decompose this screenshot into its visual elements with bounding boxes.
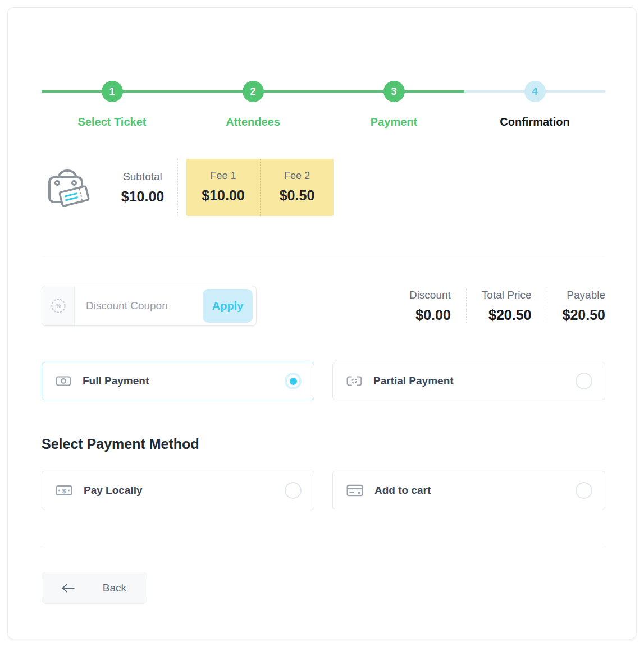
cart-summary: Subtotal $10.00 Fee 1 $10.00 Fee 2 $0.50 bbox=[42, 159, 605, 216]
step-number-badge: 3 bbox=[383, 81, 405, 102]
radio-selected[interactable] bbox=[285, 373, 302, 389]
svg-text:$: $ bbox=[62, 487, 66, 494]
fees-summary: Fee 1 $10.00 Fee 2 $0.50 bbox=[186, 159, 334, 216]
step-select-ticket[interactable]: 1 Select Ticket bbox=[42, 81, 182, 129]
step-attendees[interactable]: 2 Attendees bbox=[182, 81, 323, 129]
option-label: Partial Payment bbox=[373, 375, 454, 387]
subtotal-value: $10.00 bbox=[108, 189, 177, 205]
step-label: Confirmation bbox=[500, 116, 569, 129]
step-number: 4 bbox=[532, 86, 537, 98]
option-label: Add to cart bbox=[374, 484, 431, 497]
step-payment[interactable]: 3 Payment bbox=[323, 81, 464, 129]
discount-total: Discount $0.00 bbox=[394, 289, 466, 323]
step-number-badge: 1 bbox=[102, 81, 123, 102]
back-button[interactable]: Back bbox=[42, 572, 147, 604]
footer: Back bbox=[42, 545, 605, 604]
step-number-badge: 2 bbox=[243, 81, 264, 102]
total-value: $0.00 bbox=[409, 307, 451, 323]
fee-value: $10.00 bbox=[186, 187, 260, 204]
coupon-input[interactable] bbox=[75, 300, 203, 312]
coupon-icon-cell: % bbox=[42, 286, 75, 325]
payment-method-row: $ Pay Locally Add to ca bbox=[42, 471, 605, 510]
total-value: $20.50 bbox=[482, 307, 532, 323]
arrow-left-icon bbox=[60, 582, 76, 594]
coupon-box: % Apply bbox=[42, 286, 257, 326]
step-number: 2 bbox=[250, 86, 255, 98]
banknote-icon: $ bbox=[56, 484, 72, 497]
total-value: $20.50 bbox=[563, 307, 605, 323]
fee-value: $0.50 bbox=[261, 187, 334, 204]
subtotal-label: Subtotal bbox=[108, 171, 177, 183]
partial-payment-option[interactable]: Partial Payment bbox=[332, 362, 605, 400]
checkout-stepper: 1 Select Ticket 2 Attendees 3 Payment 4 … bbox=[42, 81, 605, 129]
apply-coupon-button[interactable]: Apply bbox=[203, 289, 253, 323]
fee-label: Fee 1 bbox=[186, 170, 260, 182]
checkout-card: 1 Select Ticket 2 Attendees 3 Payment 4 … bbox=[7, 7, 637, 639]
divider bbox=[177, 159, 178, 216]
option-label: Full Payment bbox=[83, 375, 149, 387]
pay-locally-option[interactable]: $ Pay Locally bbox=[42, 471, 314, 510]
svg-text:%: % bbox=[55, 302, 61, 309]
step-number: 3 bbox=[391, 86, 396, 98]
credit-card-icon bbox=[346, 484, 363, 497]
bag-ticket-icon bbox=[42, 160, 95, 214]
fee-item: Fee 1 $10.00 bbox=[186, 159, 260, 216]
section-divider bbox=[42, 259, 605, 259]
percent-badge-icon: % bbox=[50, 297, 67, 314]
fee-label: Fee 2 bbox=[261, 170, 334, 182]
step-number-badge: 4 bbox=[524, 81, 546, 102]
step-confirmation: 4 Confirmation bbox=[464, 81, 605, 129]
radio-unselected[interactable] bbox=[576, 373, 592, 389]
step-label: Attendees bbox=[226, 116, 280, 129]
total-price: Total Price $20.50 bbox=[466, 289, 547, 323]
total-label: Total Price bbox=[482, 289, 532, 301]
radio-unselected[interactable] bbox=[576, 482, 592, 499]
checkout-page: 1 Select Ticket 2 Attendees 3 Payment 4 … bbox=[0, 7, 644, 647]
radio-unselected[interactable] bbox=[285, 482, 302, 499]
select-payment-method-heading: Select Payment Method bbox=[42, 436, 605, 452]
full-payment-option[interactable]: Full Payment bbox=[42, 362, 314, 400]
step-number: 1 bbox=[109, 86, 115, 98]
payment-type-row: Full Payment Partial Payment bbox=[42, 362, 605, 400]
partial-cash-icon bbox=[346, 375, 362, 387]
step-label: Select Ticket bbox=[78, 116, 147, 129]
totals: Discount $0.00 Total Price $20.50 Payabl… bbox=[394, 289, 605, 323]
total-label: Discount bbox=[409, 289, 451, 301]
subtotal-block: Subtotal $10.00 bbox=[108, 171, 177, 205]
total-label: Payable bbox=[563, 289, 605, 301]
step-label: Payment bbox=[371, 116, 417, 129]
fee-item: Fee 2 $0.50 bbox=[260, 159, 334, 216]
radio-dot bbox=[290, 378, 297, 385]
coupon-totals-row: % Apply Discount $0.00 Total Price $20.5… bbox=[42, 286, 605, 326]
back-label: Back bbox=[103, 582, 126, 594]
option-label: Pay Locally bbox=[84, 484, 143, 497]
cash-icon bbox=[56, 375, 71, 387]
add-to-cart-option[interactable]: Add to cart bbox=[332, 471, 605, 510]
payable-total: Payable $20.50 bbox=[547, 289, 605, 323]
